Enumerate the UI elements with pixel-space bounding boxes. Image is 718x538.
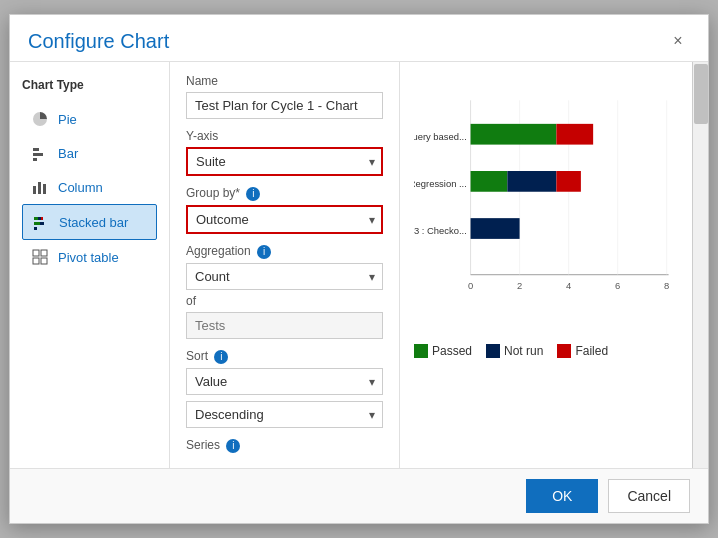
legend-failed-color xyxy=(557,344,571,358)
ok-button[interactable]: OK xyxy=(526,479,598,513)
svg-rect-32 xyxy=(471,171,508,192)
sort-field-label: Sort i xyxy=(186,349,383,364)
svg-rect-34 xyxy=(556,171,581,192)
svg-rect-8 xyxy=(41,217,43,220)
svg-rect-28 xyxy=(471,124,557,145)
chart-type-stacked-bar-label: Stacked bar xyxy=(59,215,128,230)
aggregation-field-label: Aggregation i xyxy=(186,244,383,259)
dialog-body: Chart Type Pie xyxy=(10,62,708,468)
chart-type-bar[interactable]: Bar xyxy=(22,136,157,170)
chart-type-label: Chart Type xyxy=(22,78,157,92)
name-field-label: Name xyxy=(186,74,383,88)
close-button[interactable]: × xyxy=(666,29,690,53)
aggregation-select[interactable]: Count xyxy=(186,263,383,290)
svg-text:0: 0 xyxy=(468,280,473,291)
pivot-icon xyxy=(30,247,50,267)
chart-legend: Passed Not run Failed xyxy=(414,344,678,358)
series-info-icon: i xyxy=(226,439,240,453)
svg-rect-3 xyxy=(33,186,36,194)
svg-rect-5 xyxy=(43,184,46,194)
configure-chart-dialog: Configure Chart × Chart Type Pie xyxy=(9,14,709,524)
svg-text:Query based...: Query based... xyxy=(414,131,467,142)
scrollbar[interactable] xyxy=(692,62,708,468)
svg-text:2: 2 xyxy=(517,280,522,291)
name-input[interactable] xyxy=(186,92,383,119)
dialog-title: Configure Chart xyxy=(28,30,169,53)
config-panel: Name Y-axis Suite Group by* i Outcome xyxy=(170,62,400,468)
svg-rect-14 xyxy=(33,258,39,264)
chart-type-stacked-bar[interactable]: Stacked bar xyxy=(22,204,157,240)
sort-order-select-wrapper: Descending xyxy=(186,401,383,428)
svg-rect-15 xyxy=(41,258,47,264)
legend-failed-label: Failed xyxy=(575,344,608,358)
svg-rect-6 xyxy=(34,217,38,220)
stacked-bar-icon xyxy=(31,212,51,232)
series-field-label: Series i xyxy=(186,438,383,453)
svg-text:8: 8 xyxy=(664,280,669,291)
svg-rect-30 xyxy=(556,124,593,145)
groupby-select-wrapper: Outcome xyxy=(186,205,383,234)
legend-passed-label: Passed xyxy=(432,344,472,358)
svg-rect-0 xyxy=(33,148,39,151)
bar-icon xyxy=(30,143,50,163)
yaxis-select[interactable]: Suite xyxy=(186,147,383,176)
cancel-button[interactable]: Cancel xyxy=(608,479,690,513)
svg-rect-1 xyxy=(33,153,43,156)
sort-select[interactable]: Value xyxy=(186,368,383,395)
aggregation-of-input xyxy=(186,312,383,339)
dialog-header: Configure Chart × xyxy=(10,15,708,62)
chart-type-pie[interactable]: Pie xyxy=(22,102,157,136)
dialog-footer: OK Cancel xyxy=(10,468,708,523)
column-icon xyxy=(30,177,50,197)
chart-type-panel: Chart Type Pie xyxy=(10,62,170,468)
svg-text:13 : Checko...: 13 : Checko... xyxy=(414,225,467,236)
svg-rect-13 xyxy=(41,250,47,256)
pie-icon xyxy=(30,109,50,129)
svg-rect-33 xyxy=(507,171,556,192)
chart-type-bar-label: Bar xyxy=(58,146,78,161)
aggregation-info-icon: i xyxy=(257,245,271,259)
yaxis-select-wrapper: Suite xyxy=(186,147,383,176)
chart-panel: 0 2 4 6 8 Query based... Re xyxy=(400,62,692,468)
sort-info-icon: i xyxy=(214,350,228,364)
chart-type-pie-label: Pie xyxy=(58,112,77,127)
svg-rect-11 xyxy=(34,227,37,230)
svg-rect-12 xyxy=(33,250,39,256)
chart-type-column-label: Column xyxy=(58,180,103,195)
aggregation-select-wrapper: Count xyxy=(186,263,383,290)
svg-rect-2 xyxy=(33,158,37,161)
svg-rect-9 xyxy=(34,222,40,225)
svg-rect-7 xyxy=(38,217,41,220)
groupby-info-icon: i xyxy=(246,187,260,201)
chart-svg: 0 2 4 6 8 Query based... Re xyxy=(414,74,678,334)
chart-type-pivot[interactable]: Pivot table xyxy=(22,240,157,274)
yaxis-field-label: Y-axis xyxy=(186,129,383,143)
legend-failed: Failed xyxy=(557,344,608,358)
svg-text:4: 4 xyxy=(566,280,571,291)
groupby-select[interactable]: Outcome xyxy=(186,205,383,234)
svg-rect-36 xyxy=(471,218,520,239)
groupby-field-label: Group by* i xyxy=(186,186,383,201)
svg-text:Regression ...: Regression ... xyxy=(414,178,467,189)
legend-passed-color xyxy=(414,344,428,358)
sort-select-wrapper: Value xyxy=(186,368,383,395)
svg-text:6: 6 xyxy=(615,280,620,291)
legend-not-run-color xyxy=(486,344,500,358)
svg-rect-4 xyxy=(38,182,41,194)
scrollbar-thumb[interactable] xyxy=(694,64,708,124)
legend-passed: Passed xyxy=(414,344,472,358)
legend-not-run-label: Not run xyxy=(504,344,543,358)
chart-type-column[interactable]: Column xyxy=(22,170,157,204)
chart-type-pivot-label: Pivot table xyxy=(58,250,119,265)
aggregation-of-label: of xyxy=(186,294,383,308)
svg-rect-10 xyxy=(40,222,44,225)
sort-order-select[interactable]: Descending xyxy=(186,401,383,428)
legend-not-run: Not run xyxy=(486,344,543,358)
